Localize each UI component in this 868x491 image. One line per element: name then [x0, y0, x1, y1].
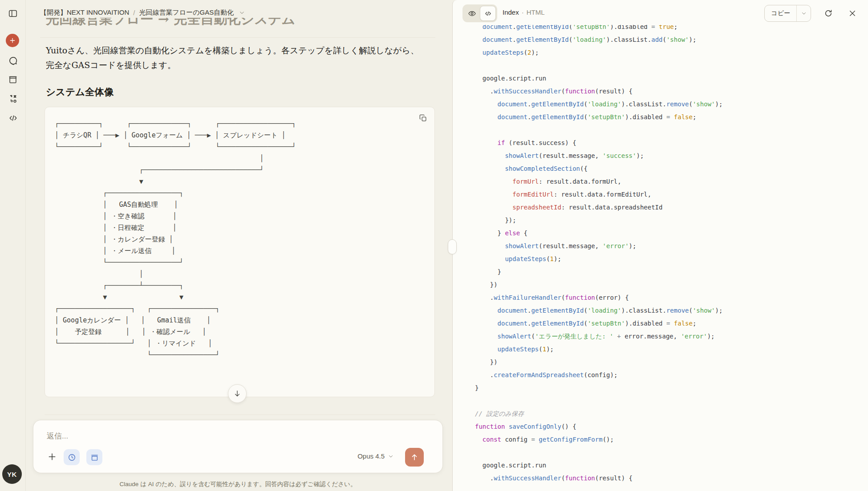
title-dot: ·: [522, 8, 524, 16]
code-line: updateSteps(1);: [475, 253, 868, 266]
code-block-card: ┌──────────┐ ┌──────────────┐ ┌─────────…: [45, 107, 435, 397]
code-line: } else {: [475, 227, 868, 240]
send-button[interactable]: [405, 448, 424, 467]
scroll-to-bottom-button[interactable]: [228, 384, 247, 403]
code-line: showCompletedSection({: [475, 162, 868, 175]
artifacts-code-icon[interactable]: [7, 112, 19, 124]
artifact-title: Index · HTML: [503, 8, 545, 16]
title-chevron-down-icon[interactable]: [239, 10, 245, 16]
code-line: [475, 124, 868, 137]
chevron-down-icon: [801, 11, 807, 16]
arrow-up-icon: [410, 453, 418, 461]
refresh-button[interactable]: [821, 6, 836, 21]
code-line: updateSteps(1);: [475, 343, 868, 356]
code-line: }: [475, 382, 868, 394]
refresh-icon: [824, 9, 833, 18]
code-line: document.getElementById('loading').class…: [475, 304, 868, 317]
reply-composer: 返信... Opus 4.5: [33, 420, 443, 473]
code-line: });: [475, 214, 868, 227]
app-sidebar: YK: [0, 0, 26, 491]
projects-icon[interactable]: [7, 73, 19, 86]
code-line: .withSuccessHandler(function(result) {: [475, 472, 868, 485]
model-name: Opus 4.5: [357, 452, 385, 460]
new-chat-button[interactable]: [6, 34, 19, 47]
code-line: .withFailureHandler(function(error) {: [475, 291, 868, 304]
code-line: }): [475, 278, 868, 291]
copy-code-icon[interactable]: [418, 113, 428, 123]
code-brackets-icon: [484, 9, 492, 18]
code-line: if (result.success) {: [475, 137, 868, 149]
artifact-language: HTML: [527, 8, 545, 16]
sidebar-toggle-icon[interactable]: [7, 7, 19, 20]
artifact-panel: Index · HTML コピー document.getElementById…: [452, 0, 868, 491]
close-x-icon: [848, 9, 856, 17]
model-selector[interactable]: Opus 4.5: [357, 452, 393, 460]
code-line: function saveConfigOnly() {: [475, 420, 868, 433]
explore-shapes-icon[interactable]: [7, 93, 19, 105]
breadcrumb-separator: /: [133, 9, 135, 16]
close-button[interactable]: [845, 6, 860, 21]
view-toggle: [462, 4, 497, 22]
tools-box-button[interactable]: [86, 449, 102, 465]
code-line: .createFormAndSpreadsheet(config);: [475, 369, 868, 382]
copy-dropdown-button[interactable]: [796, 5, 811, 21]
copy-button[interactable]: コピー: [765, 5, 796, 21]
code-line: document.getElementById('loading').class…: [475, 98, 868, 111]
project-name[interactable]: 【開発】NEXT INNOVAITION: [40, 8, 129, 17]
copy-split-button: コピー: [764, 5, 811, 22]
chats-icon[interactable]: [7, 54, 19, 67]
code-line: // 設定のみ保存: [475, 407, 868, 420]
code-line: showAlert('エラーが発生しました: ' + error.message…: [475, 330, 868, 343]
code-line: google.script.run: [475, 459, 868, 472]
scrolled-message-heading: 光回線営業フロー → 完全自動化システム: [46, 18, 393, 35]
preview-eye-toggle[interactable]: [464, 6, 480, 21]
content-divider: [45, 415, 435, 415]
header-divider: [40, 37, 435, 38]
code-line: document.getElementById('setupBtn').disa…: [475, 317, 868, 330]
code-line: }): [475, 356, 868, 369]
section-heading: システム全体像: [46, 85, 114, 98]
code-line: updateSteps(2);: [475, 46, 868, 59]
code-line: document.getElementById('setupBtn').disa…: [475, 111, 868, 124]
code-line: formEditUrl: result.data.formEditUrl,: [475, 188, 868, 201]
code-view-toggle[interactable]: [480, 6, 496, 21]
code-line: showAlert(result.message, 'success');: [475, 149, 868, 162]
code-line: document.getElementById('setupBtn').disa…: [475, 25, 868, 33]
code-line: const config = getConfigFromForm();: [475, 433, 868, 446]
code-line: [475, 59, 868, 72]
history-clock-button[interactable]: [64, 449, 80, 465]
chevron-down-icon: [388, 454, 393, 459]
reply-input[interactable]: 返信...: [47, 431, 68, 441]
artifact-name: Index: [503, 8, 519, 16]
attach-plus-button[interactable]: [45, 450, 59, 464]
code-line: [475, 446, 868, 459]
clock-icon: [68, 453, 76, 462]
code-line: .withSuccessHandler(function(result) {: [475, 85, 868, 98]
code-line: formUrl: result.data.formUrl,: [475, 175, 868, 188]
breadcrumb: 【開発】NEXT INNOVAITION / 光回線営業フローのGAS自動化: [40, 7, 245, 18]
arrow-down-icon: [233, 390, 241, 398]
box-icon: [90, 453, 99, 462]
ai-disclaimer: Claude は AI のため、誤りを含む可能性があります。回答内容は必ずご確認…: [33, 480, 443, 488]
eye-icon: [468, 9, 476, 18]
code-line: spreadsheetId: result.data.spreadsheetId: [475, 201, 868, 214]
code-content: document.getElementById('setupBtn').disa…: [453, 25, 868, 485]
code-editor-view[interactable]: document.getElementById('setupBtn').disa…: [453, 25, 868, 491]
flow-diagram-ascii: ┌──────────┐ ┌──────────────┐ ┌─────────…: [55, 118, 296, 361]
conversation-title[interactable]: 光回線営業フローのGAS自動化: [139, 8, 234, 17]
assistant-message-text: Yuitoさん、光回線営業の自動化システムを構築しましょう。各ステップを詳しく解…: [46, 43, 422, 72]
user-avatar[interactable]: YK: [2, 464, 22, 484]
code-line: }: [475, 266, 868, 278]
code-line: document.getElementById('loading').class…: [475, 33, 868, 46]
code-line: showAlert(result.message, 'error');: [475, 240, 868, 253]
panel-resize-handle[interactable]: [448, 239, 457, 254]
code-line: [475, 394, 868, 407]
code-line: google.script.run: [475, 72, 868, 85]
